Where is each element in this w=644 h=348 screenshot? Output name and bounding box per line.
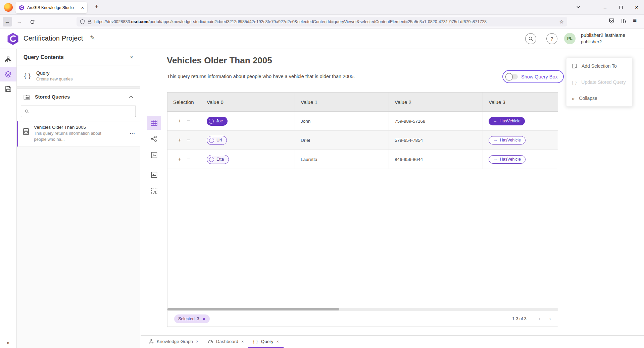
- tab-close-icon[interactable]: ×: [81, 5, 84, 10]
- pocket-icon[interactable]: [609, 18, 614, 25]
- window-maximize-button[interactable]: [615, 0, 627, 15]
- relationship-pill[interactable]: →HasVehicle: [489, 117, 525, 125]
- entity-pill[interactable]: Uri: [207, 136, 227, 145]
- table-row[interactable]: + − Joe John 759-889-57168 →HasVehicle: [167, 112, 558, 131]
- selected-count-chip[interactable]: Selected: 3 ✕: [174, 314, 210, 323]
- column-header[interactable]: Selection: [167, 93, 201, 111]
- add-selection-icon[interactable]: +: [178, 137, 182, 143]
- tab-dashboard[interactable]: Dashboard ×: [203, 336, 249, 348]
- previous-page-icon[interactable]: ‹: [539, 315, 541, 322]
- item-overflow-menu-icon[interactable]: ···: [130, 125, 135, 142]
- double-chevron-icon: »: [572, 96, 575, 101]
- add-selection-icon[interactable]: +: [178, 156, 182, 163]
- tab-title: ArcGIS Knowledge Studio: [27, 5, 79, 10]
- entity-pill[interactable]: Etta: [207, 155, 229, 164]
- table-view-button[interactable]: [147, 116, 161, 130]
- query-item[interactable]: { } Query Create new queries: [17, 65, 140, 86]
- column-header[interactable]: Value 3: [483, 93, 558, 111]
- toggle-label: Show Query Box: [521, 74, 558, 79]
- column-header[interactable]: Value 1: [295, 93, 389, 111]
- avatar[interactable]: PL: [564, 33, 576, 44]
- close-tab-icon[interactable]: ×: [276, 339, 279, 344]
- remove-selection-icon[interactable]: −: [187, 118, 190, 124]
- braces-icon: { }: [24, 72, 31, 79]
- reload-button[interactable]: [28, 17, 37, 26]
- map-icon: [151, 152, 157, 158]
- link-chart-icon: [151, 135, 157, 142]
- window-close-button[interactable]: ×: [631, 0, 642, 15]
- add-to-map-button[interactable]: [147, 168, 161, 182]
- url-field[interactable]: https://dev0028833.esri.com/portal/apps/…: [77, 17, 567, 26]
- bookmark-star-icon[interactable]: ☆: [559, 19, 564, 25]
- contents-button[interactable]: [0, 67, 16, 81]
- back-button[interactable]: ←: [3, 17, 12, 26]
- entity-pill[interactable]: Joe: [207, 117, 228, 126]
- relationship-pill[interactable]: →HasVehicle: [489, 136, 526, 144]
- browser-tab[interactable]: ArcGIS Knowledge Studio ×: [15, 2, 87, 13]
- menu-hamburger-icon[interactable]: ≡: [633, 17, 637, 24]
- column-header[interactable]: Value 2: [389, 93, 483, 111]
- table-row[interactable]: + − Etta Lauretta 846-956-8644 →HasVehic…: [167, 150, 558, 169]
- forward-button[interactable]: →: [15, 17, 24, 26]
- panel-close-icon[interactable]: ×: [130, 54, 133, 61]
- clear-selection-icon[interactable]: ✕: [202, 316, 206, 322]
- user-info[interactable]: publisher2 lastName publisher2: [581, 32, 625, 45]
- search-icon: [24, 109, 29, 114]
- add-selection-icon[interactable]: +: [178, 118, 182, 124]
- library-icon[interactable]: [621, 18, 627, 25]
- page-description: This query returns information about peo…: [167, 74, 355, 79]
- left-rail: »: [0, 49, 17, 348]
- panel-header: Query Contents ×: [17, 49, 140, 65]
- tab-list-chevron-icon[interactable]: [576, 5, 581, 11]
- tab-query[interactable]: { } Query ×: [248, 336, 284, 348]
- menu-item-add-selection-to[interactable]: Add Selection To: [566, 58, 632, 74]
- select-tool-button[interactable]: [147, 184, 161, 198]
- close-tab-icon[interactable]: ×: [241, 339, 244, 344]
- tracking-shield-icon[interactable]: [80, 19, 85, 24]
- query-item-subtitle: Create new queries: [36, 77, 72, 81]
- map-view-button[interactable]: [147, 148, 161, 162]
- menu-item-update-stored-query[interactable]: { } Update Stored Query: [566, 74, 632, 90]
- stored-queries-header[interactable]: Stored Queries: [17, 89, 140, 105]
- show-query-box-toggle[interactable]: Show Query Box: [502, 70, 564, 83]
- help-button[interactable]: ?: [546, 33, 557, 44]
- stored-query-item[interactable]: Vehicles Older Than 2005 This query retu…: [17, 121, 140, 147]
- menu-item-collapse[interactable]: » Collapse: [566, 90, 632, 106]
- toggle-knob[interactable]: [505, 73, 513, 80]
- table-row[interactable]: + − Uri Uriel 578-654-7854 →HasVehicle: [167, 131, 558, 150]
- column-header[interactable]: Value 0: [201, 93, 295, 111]
- chevron-up-icon[interactable]: [129, 96, 133, 99]
- save-button[interactable]: [0, 81, 16, 96]
- project-tree-button[interactable]: [0, 52, 16, 67]
- search-button[interactable]: [525, 33, 536, 44]
- stored-queries-title: Stored Queries: [35, 94, 124, 100]
- window-minimize-button[interactable]: –: [599, 0, 611, 15]
- remove-selection-icon[interactable]: −: [187, 156, 190, 163]
- edit-title-icon[interactable]: ✎: [90, 34, 95, 42]
- section-divider: [17, 86, 140, 89]
- stored-queries-search[interactable]: [21, 106, 136, 117]
- layers-icon: [5, 71, 12, 78]
- horizontal-scrollbar[interactable]: [167, 308, 558, 311]
- toggle-track[interactable]: [506, 74, 518, 79]
- firefox-logo-icon[interactable]: [4, 3, 13, 12]
- next-page-icon[interactable]: ›: [549, 315, 551, 322]
- cell-value: 578-654-7854: [389, 131, 483, 150]
- selection-context-menu: Add Selection To { } Update Stored Query…: [566, 58, 633, 107]
- knowledge-graph-icon: [149, 339, 154, 344]
- scrollbar-thumb[interactable]: [167, 308, 339, 310]
- relationship-pill[interactable]: →HasVehicle: [489, 155, 526, 164]
- expand-rail-button[interactable]: »: [0, 340, 16, 345]
- view-switcher: [147, 116, 161, 200]
- user-username: publisher2: [581, 39, 625, 45]
- strip-divider: [149, 164, 159, 164]
- tab-knowledge-graph[interactable]: Knowledge Graph ×: [144, 336, 203, 348]
- close-tab-icon[interactable]: ×: [196, 339, 199, 344]
- lock-icon[interactable]: [88, 19, 92, 24]
- search-input[interactable]: [32, 109, 132, 114]
- link-chart-view-button[interactable]: [147, 132, 161, 146]
- remove-selection-icon[interactable]: −: [187, 137, 190, 143]
- browser-tab-bar: ArcGIS Knowledge Studio × + – ×: [0, 0, 644, 15]
- new-tab-button[interactable]: +: [95, 3, 99, 10]
- sitemap-icon: [5, 56, 11, 63]
